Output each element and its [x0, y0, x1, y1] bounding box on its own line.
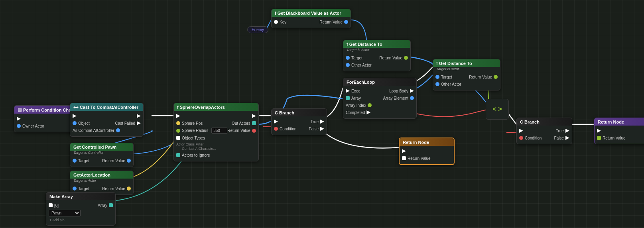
- node-header: Return Node: [400, 138, 454, 146]
- node-header: C Branch: [517, 118, 572, 126]
- node-subtitle: Target is Actor: [343, 48, 410, 53]
- exec-in-pin[interactable]: [17, 117, 21, 121]
- cast-failed-pin[interactable]: [137, 121, 141, 125]
- node-icon: ▤: [18, 107, 22, 112]
- completed-label: Completed: [346, 110, 365, 115]
- node-title: GetActorLocation: [73, 173, 110, 177]
- as-combat-ai-pin[interactable]: [116, 128, 120, 132]
- return-label: Return Value: [102, 187, 125, 191]
- array-pin[interactable]: [109, 203, 113, 207]
- return-label: Return Value: [469, 75, 492, 79]
- return-value-pin[interactable]: [402, 156, 406, 160]
- exec-in-pin[interactable]: [73, 114, 77, 118]
- sphere-radius-pin[interactable]: [176, 129, 180, 133]
- exec-in-pin[interactable]: [519, 129, 523, 133]
- return-label: Return Value: [227, 128, 250, 133]
- condition-pin[interactable]: [519, 136, 523, 140]
- node-title: Return Node: [598, 120, 624, 124]
- pawn-select[interactable]: Pawn: [49, 210, 81, 216]
- node-title: f Get Distance To: [347, 42, 382, 47]
- return-pin[interactable]: [344, 20, 348, 24]
- key-label: Key: [280, 20, 286, 24]
- node-header: GetActorLocation: [70, 171, 133, 179]
- node-title: C Branch: [275, 110, 294, 115]
- return-pin[interactable]: [127, 159, 131, 163]
- true-label: True: [311, 120, 319, 124]
- other-actor-pin[interactable]: [435, 82, 439, 86]
- return-pin[interactable]: [494, 75, 498, 79]
- true-pin[interactable]: [565, 129, 569, 133]
- sphere-pos-pin[interactable]: [176, 121, 180, 125]
- condition-pin[interactable]: [274, 127, 278, 131]
- true-label: True: [556, 129, 564, 133]
- target-label: Target: [78, 159, 89, 163]
- node-header: ++ Cast To CombatAIController: [70, 103, 143, 111]
- key-pin[interactable]: [274, 20, 278, 24]
- object-pin[interactable]: [73, 121, 77, 125]
- return-value-pin[interactable]: [597, 136, 601, 140]
- node-title: f SphereOverlapActors: [177, 105, 225, 110]
- target-pin[interactable]: [73, 159, 77, 163]
- return-node-1: Return Node Return Value: [399, 138, 455, 165]
- return-label: Return Value: [319, 20, 343, 24]
- get-distance-to-1-node: f Get Distance To Target is Actor Target…: [343, 40, 411, 71]
- array-index-label: Array Index: [346, 103, 366, 108]
- loop-body-pin[interactable]: [410, 89, 414, 93]
- actors-ignore-pin[interactable]: [176, 153, 180, 157]
- return-pin[interactable]: [127, 187, 131, 191]
- array-element-pin[interactable]: [410, 96, 414, 100]
- other-actor-label: Other Actor: [351, 63, 372, 67]
- node-title: Return Node: [403, 140, 429, 145]
- return-pin[interactable]: [404, 56, 408, 60]
- node-title: f Get Distance To: [436, 61, 472, 66]
- node-header: f Get Distance To: [343, 40, 410, 48]
- true-pin[interactable]: [320, 120, 324, 124]
- array-index-pin[interactable]: [368, 103, 372, 107]
- other-actor-pin[interactable]: [346, 63, 350, 67]
- owner-actor-pin[interactable]: [17, 124, 21, 128]
- exec-out-pin[interactable]: [137, 114, 141, 118]
- exec-in-pin[interactable]: [402, 149, 406, 153]
- index-pin[interactable]: [49, 203, 53, 207]
- array-in-pin[interactable]: [346, 96, 350, 100]
- sphere-pos-label: Sphere Pos: [182, 121, 203, 126]
- return-label: Return Value: [408, 156, 431, 161]
- sphere-radius-input[interactable]: [211, 128, 227, 134]
- false-pin[interactable]: [565, 136, 569, 140]
- target-pin[interactable]: [73, 187, 77, 191]
- target-label: Target: [78, 187, 89, 191]
- node-header: f SphereOverlapActors: [174, 103, 258, 111]
- return-pin[interactable]: [252, 129, 256, 133]
- exec-in-pin[interactable]: [346, 89, 350, 93]
- object-types-pin[interactable]: [176, 136, 180, 140]
- target-pin[interactable]: [435, 75, 439, 79]
- exec-in-pin[interactable]: [176, 114, 180, 118]
- node-title: f Get Blackboard Value as Actor: [275, 11, 341, 16]
- return-label: Return Value: [102, 159, 125, 163]
- node-header: f Get Blackboard Value as Actor: [272, 9, 351, 17]
- actor-class-value: Combat AICharacte...: [176, 147, 216, 151]
- false-pin[interactable]: [320, 127, 324, 131]
- other-actor-label: Other Actor: [441, 82, 461, 86]
- exec-out-pin[interactable]: [252, 114, 256, 118]
- object-label: Object: [78, 121, 90, 126]
- node-title: Make Array: [49, 194, 73, 199]
- cast-to-combat-ai-node: ++ Cast To CombatAIController Object Cas…: [70, 103, 144, 137]
- exec-in-pin[interactable]: [597, 129, 601, 133]
- array-label: Array: [98, 203, 107, 208]
- target-pin[interactable]: [346, 56, 350, 60]
- completed-pin[interactable]: [366, 110, 370, 114]
- add-pin-label[interactable]: + Add pin: [46, 217, 115, 223]
- out-actors-pin[interactable]: [252, 121, 256, 125]
- target-label: Target: [441, 75, 452, 79]
- false-label: False: [554, 136, 564, 140]
- index-label: [0]: [54, 203, 59, 208]
- compare-node[interactable]: < >: [486, 99, 509, 120]
- node-title: Get Controlled Pawn: [73, 145, 116, 149]
- loop-body-label: Loop Body: [389, 89, 408, 93]
- branch-1-node: C Branch True Condition False: [271, 108, 327, 135]
- exec-in-pin[interactable]: [274, 120, 278, 124]
- node-header: Make Array: [46, 193, 115, 200]
- condition-label: Condition: [280, 127, 296, 131]
- node-header: ForEachLoop: [343, 78, 416, 86]
